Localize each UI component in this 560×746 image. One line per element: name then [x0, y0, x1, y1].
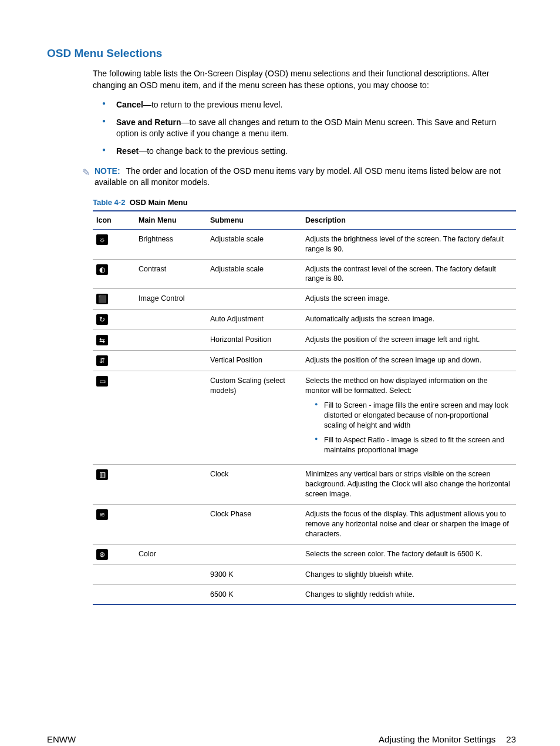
cell-desc: Adjusts the screen image.: [302, 289, 516, 310]
cell-icon: ⬛: [93, 289, 135, 310]
cell-sub: Custom Scaling (select models): [207, 371, 302, 465]
osd-main-menu-table: Icon Main Menu Submenu Description ☼Brig…: [93, 210, 516, 606]
cell-main: [135, 371, 207, 465]
cell-desc: Selects the method on how displayed info…: [302, 371, 516, 465]
table-row: ≋Clock PhaseAdjusts the focus of the dis…: [93, 505, 516, 545]
osd-icon: ▥: [96, 469, 108, 480]
cell-main: [135, 505, 207, 545]
cell-icon: [93, 564, 135, 584]
table-row: ⇆Horizontal PositionAdjusts the position…: [93, 330, 516, 351]
osd-icon: ▭: [96, 376, 108, 387]
osd-icon: ⊛: [96, 549, 108, 560]
cell-sub: Horizontal Position: [207, 330, 302, 351]
osd-icon: ☼: [96, 234, 108, 245]
note-text: The order and location of the OSD menu i…: [95, 166, 501, 187]
note-label: NOTE:: [95, 166, 120, 176]
osd-icon: ⇵: [96, 355, 108, 366]
option-list: Cancel—to return to the previous menu le…: [93, 99, 516, 157]
table-row: ⇵Vertical PositionAdjusts the position o…: [93, 351, 516, 371]
cell-sub: Clock: [207, 465, 302, 505]
cell-desc: Changes to slightly reddish white.: [302, 584, 516, 604]
option-list-item: Reset—to change back to the previous set…: [106, 146, 516, 157]
option-name: Cancel: [116, 100, 143, 109]
cell-desc: Adjusts the contrast level of the screen…: [302, 259, 516, 289]
cell-main: Contrast: [135, 259, 207, 289]
cell-desc-subitem: Fill to Screen - image fills the entire …: [316, 401, 512, 431]
table-row: ▭Custom Scaling (select models)Selects t…: [93, 371, 516, 465]
footer-page-number: 23: [506, 734, 516, 744]
footer-section-label: Adjusting the Monitor Settings: [379, 734, 495, 744]
table-row: 6500 KChanges to slightly reddish white.: [93, 584, 516, 604]
table-row: ↻Auto AdjustmentAutomatically adjusts th…: [93, 310, 516, 330]
cell-main: Image Control: [135, 289, 207, 310]
cell-icon: ▭: [93, 371, 135, 465]
cell-desc-subitem: Fill to Aspect Ratio - image is sized to…: [316, 435, 512, 455]
cell-icon: ↻: [93, 310, 135, 330]
th-desc: Description: [302, 211, 516, 230]
table-caption-prefix: Table 4-2: [93, 198, 125, 207]
option-list-item: Cancel—to return to the previous menu le…: [106, 99, 516, 111]
page-footer: ENWW Adjusting the Monitor Settings 23: [47, 734, 516, 744]
cell-desc-intro: Selects the method on how displayed info…: [305, 376, 512, 396]
option-name: Save and Return: [116, 117, 181, 127]
option-name: Reset: [116, 146, 139, 156]
table-caption: Table 4-2 OSD Main Menu: [93, 198, 516, 207]
option-list-item: Save and Return—to save all changes and …: [106, 117, 516, 140]
th-sub: Submenu: [207, 211, 302, 230]
table-caption-title: OSD Main Menu: [130, 198, 188, 207]
osd-icon: ↻: [96, 314, 108, 325]
cell-sub: Adjustable scale: [207, 229, 302, 259]
cell-desc: Adjusts the focus of the display. This a…: [302, 505, 516, 545]
cell-desc: Adjusts the position of the screen image…: [302, 351, 516, 371]
table-row: ⬛Image ControlAdjusts the screen image.: [93, 289, 516, 310]
cell-icon: ⇆: [93, 330, 135, 351]
note-icon: ✎: [82, 166, 90, 179]
osd-icon: ≋: [96, 509, 108, 520]
table-row: 9300 KChanges to slightly blueish white.: [93, 564, 516, 584]
footer-left: ENWW: [47, 734, 76, 744]
th-icon: Icon: [93, 211, 135, 230]
cell-sub: 9300 K: [207, 564, 302, 584]
option-desc: —to change back to the previous setting.: [139, 146, 288, 156]
cell-main: [135, 564, 207, 584]
cell-main: [135, 351, 207, 371]
cell-desc: Changes to slightly blueish white.: [302, 564, 516, 584]
osd-icon: ⇆: [96, 335, 108, 345]
cell-main: [135, 584, 207, 604]
cell-main: Brightness: [135, 229, 207, 259]
cell-desc: Minimizes any vertical bars or strips vi…: [302, 465, 516, 505]
option-desc: —to return to the previous menu level.: [143, 100, 282, 109]
section-heading: OSD Menu Selections: [47, 47, 516, 60]
cell-icon: ≋: [93, 505, 135, 545]
cell-desc-sublist: Fill to Screen - image fills the entire …: [305, 401, 512, 455]
table-row: ◐ContrastAdjustable scaleAdjusts the con…: [93, 259, 516, 289]
cell-main: [135, 310, 207, 330]
cell-sub: Vertical Position: [207, 351, 302, 371]
cell-main: Color: [135, 544, 207, 564]
cell-sub: 6500 K: [207, 584, 302, 604]
cell-sub: [207, 544, 302, 564]
cell-icon: ☼: [93, 229, 135, 259]
cell-main: [135, 465, 207, 505]
cell-sub: Auto Adjustment: [207, 310, 302, 330]
cell-icon: ▥: [93, 465, 135, 505]
cell-icon: ⇵: [93, 351, 135, 371]
cell-sub: Adjustable scale: [207, 259, 302, 289]
th-main: Main Menu: [135, 211, 207, 230]
cell-icon: [93, 584, 135, 604]
table-row: ⊛ColorSelects the screen color. The fact…: [93, 544, 516, 564]
cell-sub: Clock Phase: [207, 505, 302, 545]
cell-desc: Automatically adjusts the screen image.: [302, 310, 516, 330]
cell-desc: Adjusts the position of the screen image…: [302, 330, 516, 351]
cell-icon: ⊛: [93, 544, 135, 564]
cell-desc: Adjusts the brightness level of the scre…: [302, 229, 516, 259]
cell-desc: Selects the screen color. The factory de…: [302, 544, 516, 564]
table-row: ☼BrightnessAdjustable scaleAdjusts the b…: [93, 229, 516, 259]
cell-sub: [207, 289, 302, 310]
cell-icon: ◐: [93, 259, 135, 289]
osd-icon: ⬛: [96, 294, 108, 304]
table-row: ▥ClockMinimizes any vertical bars or str…: [93, 465, 516, 505]
cell-main: [135, 330, 207, 351]
osd-icon: ◐: [96, 264, 108, 275]
intro-paragraph: The following table lists the On-Screen …: [93, 68, 516, 91]
